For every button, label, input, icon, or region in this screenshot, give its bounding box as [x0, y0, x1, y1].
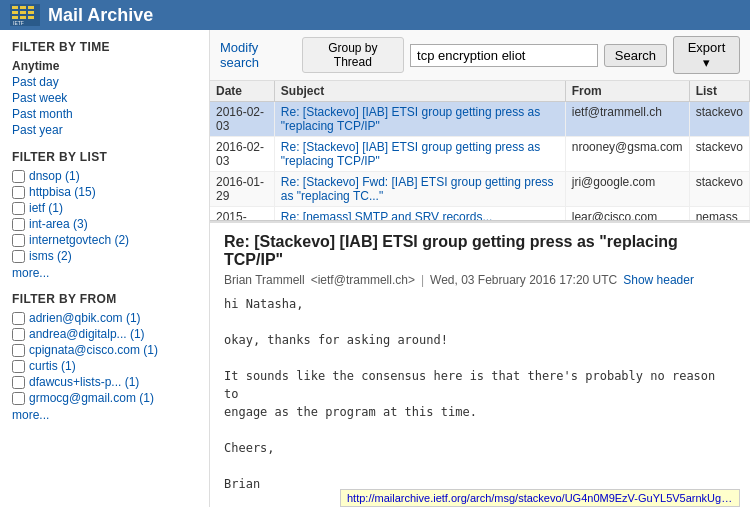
results-table: Date Subject From List 2016-02-03 Re: [S… — [210, 81, 750, 221]
app-title: Mail Archive — [48, 5, 153, 26]
layout: FILTER BY TIME Anytime Past day Past wee… — [0, 30, 750, 507]
from-item-5: grmocg@gmail.com (1) — [12, 390, 197, 406]
from-checkbox-4[interactable] — [12, 376, 25, 389]
list-checkbox-int-area[interactable] — [12, 218, 25, 231]
svg-rect-7 — [12, 16, 18, 19]
from-item-3: curtis (1) — [12, 358, 197, 374]
search-input[interactable] — [410, 44, 598, 67]
from-link-4[interactable]: dfawcus+lists-p... (1) — [29, 375, 139, 389]
list-item-internetgovtech: internetgovtech (2) — [12, 232, 197, 248]
svg-rect-3 — [28, 6, 34, 9]
ietf-logo: IETF — [10, 4, 40, 26]
svg-rect-2 — [20, 6, 26, 9]
svg-text:IETF: IETF — [13, 20, 24, 26]
subject-link[interactable]: Re: [Stackevo] [IAB] ETSI group getting … — [281, 140, 540, 168]
show-header-link[interactable]: Show header — [623, 273, 694, 287]
from-checkbox-0[interactable] — [12, 312, 25, 325]
filter-list-title: FILTER BY LIST — [12, 150, 197, 164]
subject-link[interactable]: Re: [Stackevo] [IAB] ETSI group getting … — [281, 105, 540, 133]
time-filter-past-week[interactable]: Past week — [12, 90, 197, 106]
message-title: Re: [Stackevo] [IAB] ETSI group getting … — [224, 233, 736, 269]
group-by-thread-button[interactable]: Group by Thread — [302, 37, 405, 73]
list-item-httpbisa: httpbisa (15) — [12, 184, 197, 200]
list-checkbox-httpbisa[interactable] — [12, 186, 25, 199]
filter-from-title: FILTER BY FROM — [12, 292, 197, 306]
search-bar: Modify search Group by Thread Search Exp… — [210, 30, 750, 81]
from-more-link[interactable]: more... — [12, 408, 197, 422]
col-date[interactable]: Date — [210, 81, 274, 102]
list-item-int-area: int-area (3) — [12, 216, 197, 232]
message-view: Re: [Stackevo] [IAB] ETSI group getting … — [210, 221, 750, 507]
results-table-container: Date Subject From List 2016-02-03 Re: [S… — [210, 81, 750, 221]
svg-rect-1 — [12, 6, 18, 9]
col-list[interactable]: List — [689, 81, 749, 102]
list-checkbox-isms[interactable] — [12, 250, 25, 263]
meta-separator: | — [421, 273, 424, 287]
list-more-link[interactable]: more... — [12, 266, 197, 280]
message-date: Wed, 03 February 2016 17:20 UTC — [430, 273, 617, 287]
time-filter-past-day[interactable]: Past day — [12, 74, 197, 90]
time-filter-past-year[interactable]: Past year — [12, 122, 197, 138]
list-link-dnsop[interactable]: dnsop (1) — [29, 169, 80, 183]
cell-subject[interactable]: Re: [Stackevo] Fwd: [IAB] ETSI group get… — [274, 172, 565, 207]
list-checkbox-ietf[interactable] — [12, 202, 25, 215]
table-row[interactable]: 2016-01-29 Re: [Stackevo] Fwd: [IAB] ETS… — [210, 172, 750, 207]
from-item-0: adrien@qbik.com (1) — [12, 310, 197, 326]
svg-rect-5 — [20, 11, 26, 14]
cell-list: stackevo — [689, 137, 749, 172]
list-link-ietf[interactable]: ietf (1) — [29, 201, 63, 215]
cell-subject[interactable]: Re: [nemass] SMTP and SRV records... — [274, 207, 565, 222]
list-link-isms[interactable]: isms (2) — [29, 249, 72, 263]
cell-from: lear@cisco.com — [565, 207, 689, 222]
time-filter-anytime[interactable]: Anytime — [12, 58, 197, 74]
svg-rect-8 — [20, 16, 26, 19]
table-row[interactable]: 2015- Re: [nemass] SMTP and SRV records.… — [210, 207, 750, 222]
cell-from: jri@google.com — [565, 172, 689, 207]
cell-subject[interactable]: Re: [Stackevo] [IAB] ETSI group getting … — [274, 102, 565, 137]
from-link-0[interactable]: adrien@qbik.com (1) — [29, 311, 141, 325]
cell-from: nrooney@gsma.com — [565, 137, 689, 172]
message-meta: Brian Trammell <ietf@trammell.ch> | Wed,… — [224, 273, 736, 287]
list-link-internetgovtech[interactable]: internetgovtech (2) — [29, 233, 129, 247]
svg-rect-4 — [12, 11, 18, 14]
list-item-ietf: ietf (1) — [12, 200, 197, 216]
cell-date: 2016-02-03 — [210, 102, 274, 137]
from-checkbox-1[interactable] — [12, 328, 25, 341]
from-link-3[interactable]: curtis (1) — [29, 359, 76, 373]
list-checkbox-internetgovtech[interactable] — [12, 234, 25, 247]
from-checkbox-5[interactable] — [12, 392, 25, 405]
list-link-httpbisa[interactable]: httpbisa (15) — [29, 185, 96, 199]
subject-link[interactable]: Re: [Stackevo] Fwd: [IAB] ETSI group get… — [281, 175, 554, 203]
cell-date: 2016-02-03 — [210, 137, 274, 172]
col-from[interactable]: From — [565, 81, 689, 102]
message-email: <ietf@trammell.ch> — [311, 273, 415, 287]
from-link-2[interactable]: cpignata@cisco.com (1) — [29, 343, 158, 357]
export-button[interactable]: Export ▾ — [673, 36, 740, 74]
from-link-1[interactable]: andrea@digitalp... (1) — [29, 327, 145, 341]
from-item-2: cpignata@cisco.com (1) — [12, 342, 197, 358]
table-row[interactable]: 2016-02-03 Re: [Stackevo] [IAB] ETSI gro… — [210, 102, 750, 137]
cell-list: stackevo — [689, 102, 749, 137]
subject-link[interactable]: Re: [nemass] SMTP and SRV records... — [281, 210, 493, 221]
message-author: Brian Trammell — [224, 273, 305, 287]
message-body: hi Natasha, okay, thanks for asking arou… — [224, 295, 736, 507]
list-item-dnsop: dnsop (1) — [12, 168, 197, 184]
time-filter-past-month[interactable]: Past month — [12, 106, 197, 122]
from-checkbox-3[interactable] — [12, 360, 25, 373]
cell-date: 2016-01-29 — [210, 172, 274, 207]
cell-subject[interactable]: Re: [Stackevo] [IAB] ETSI group getting … — [274, 137, 565, 172]
from-checkbox-2[interactable] — [12, 344, 25, 357]
list-checkbox-dnsop[interactable] — [12, 170, 25, 183]
col-subject[interactable]: Subject — [274, 81, 565, 102]
from-link-5[interactable]: grmocg@gmail.com (1) — [29, 391, 154, 405]
app-header: IETF Mail Archive — [0, 0, 750, 30]
cell-date: 2015- — [210, 207, 274, 222]
cell-list: stackevo — [689, 172, 749, 207]
table-row[interactable]: 2016-02-03 Re: [Stackevo] [IAB] ETSI gro… — [210, 137, 750, 172]
svg-rect-6 — [28, 11, 34, 14]
search-button[interactable]: Search — [604, 44, 667, 67]
modify-search-link[interactable]: Modify search — [220, 40, 296, 70]
list-link-int-area[interactable]: int-area (3) — [29, 217, 88, 231]
from-item-1: andrea@digitalp... (1) — [12, 326, 197, 342]
from-item-4: dfawcus+lists-p... (1) — [12, 374, 197, 390]
